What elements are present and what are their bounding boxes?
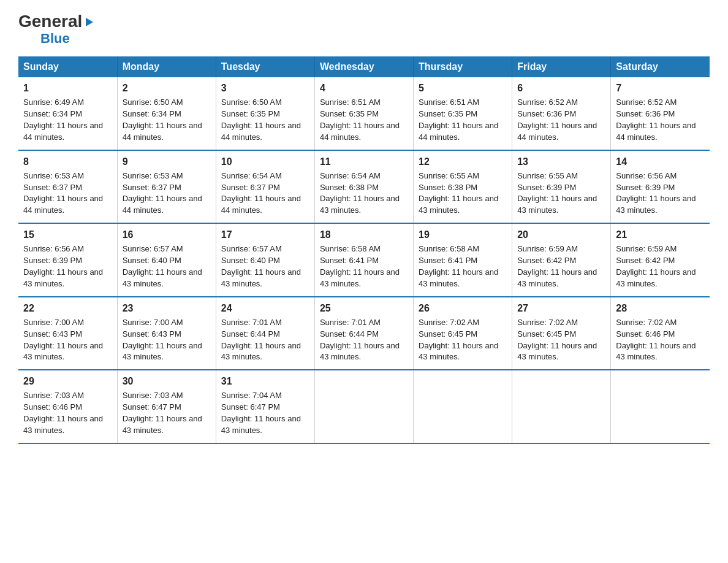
calendar-week-row: 15Sunrise: 6:56 AMSunset: 6:39 PMDayligh… xyxy=(18,223,710,297)
sunset-text: Sunset: 6:43 PM xyxy=(123,329,181,339)
sunrise-text: Sunrise: 6:53 AM xyxy=(123,171,183,180)
day-number: 14 xyxy=(616,155,705,169)
calendar-cell xyxy=(414,370,512,443)
sunrise-text: Sunrise: 6:56 AM xyxy=(616,171,677,180)
sunset-text: Sunset: 6:38 PM xyxy=(320,183,379,192)
sunset-text: Sunset: 6:47 PM xyxy=(221,402,280,412)
day-number: 16 xyxy=(123,228,211,242)
calendar-cell: 29Sunrise: 7:03 AMSunset: 6:46 PMDayligh… xyxy=(18,370,117,443)
day-number: 28 xyxy=(616,301,705,315)
sunset-text: Sunset: 6:41 PM xyxy=(419,256,477,265)
sunrise-text: Sunrise: 7:01 AM xyxy=(221,318,282,327)
sunrise-text: Sunrise: 7:01 AM xyxy=(320,318,381,327)
sunset-text: Sunset: 6:44 PM xyxy=(221,329,280,339)
sunrise-text: Sunrise: 6:57 AM xyxy=(221,244,282,253)
day-number: 3 xyxy=(221,81,309,95)
daylight-text: Daylight: 11 hours and 43 minutes. xyxy=(517,267,597,288)
sunrise-text: Sunrise: 6:58 AM xyxy=(419,244,479,253)
daylight-text: Daylight: 11 hours and 43 minutes. xyxy=(517,341,597,362)
weekday-header-friday: Friday xyxy=(512,56,611,77)
day-number: 31 xyxy=(221,374,309,388)
day-number: 18 xyxy=(320,228,408,242)
day-number: 12 xyxy=(419,155,507,169)
day-number: 4 xyxy=(320,81,408,95)
day-number: 22 xyxy=(23,301,112,315)
sunrise-text: Sunrise: 7:04 AM xyxy=(221,391,282,400)
logo-arrow-icon xyxy=(83,13,94,32)
weekday-header-wednesday: Wednesday xyxy=(314,56,413,77)
calendar-cell: 19Sunrise: 6:58 AMSunset: 6:41 PMDayligh… xyxy=(414,223,512,297)
calendar-cell: 14Sunrise: 6:56 AMSunset: 6:39 PMDayligh… xyxy=(611,150,710,224)
daylight-text: Daylight: 11 hours and 44 minutes. xyxy=(123,121,202,142)
sunset-text: Sunset: 6:42 PM xyxy=(517,256,576,265)
daylight-text: Daylight: 11 hours and 43 minutes. xyxy=(221,414,301,435)
day-number: 23 xyxy=(123,301,211,315)
daylight-text: Daylight: 11 hours and 43 minutes. xyxy=(320,267,400,288)
sunrise-text: Sunrise: 6:49 AM xyxy=(23,98,84,107)
sunrise-text: Sunrise: 6:59 AM xyxy=(616,244,677,253)
daylight-text: Daylight: 11 hours and 43 minutes. xyxy=(123,267,202,288)
daylight-text: Daylight: 11 hours and 43 minutes. xyxy=(23,267,103,288)
calendar-cell: 20Sunrise: 6:59 AMSunset: 6:42 PMDayligh… xyxy=(512,223,611,297)
day-number: 10 xyxy=(221,155,309,169)
calendar-cell: 28Sunrise: 7:02 AMSunset: 6:46 PMDayligh… xyxy=(611,297,710,370)
calendar-cell xyxy=(512,370,611,443)
sunset-text: Sunset: 6:46 PM xyxy=(616,329,675,339)
calendar-cell: 15Sunrise: 6:56 AMSunset: 6:39 PMDayligh… xyxy=(18,223,117,297)
daylight-text: Daylight: 11 hours and 43 minutes. xyxy=(123,341,202,362)
sunset-text: Sunset: 6:35 PM xyxy=(419,109,477,118)
sunset-text: Sunset: 6:39 PM xyxy=(616,183,675,192)
logo-blue-text: Blue xyxy=(40,32,70,45)
calendar-week-row: 22Sunrise: 7:00 AMSunset: 6:43 PMDayligh… xyxy=(18,297,710,370)
sunrise-text: Sunrise: 6:52 AM xyxy=(616,98,677,107)
sunset-text: Sunset: 6:45 PM xyxy=(419,329,477,339)
sunset-text: Sunset: 6:47 PM xyxy=(123,402,181,412)
sunrise-text: Sunrise: 6:50 AM xyxy=(221,98,282,107)
sunset-text: Sunset: 6:44 PM xyxy=(320,329,379,339)
calendar-cell: 5Sunrise: 6:51 AMSunset: 6:35 PMDaylight… xyxy=(414,77,512,150)
sunset-text: Sunset: 6:45 PM xyxy=(517,329,576,339)
sunrise-text: Sunrise: 7:03 AM xyxy=(23,391,84,400)
calendar-week-row: 8Sunrise: 6:53 AMSunset: 6:37 PMDaylight… xyxy=(18,150,710,224)
sunset-text: Sunset: 6:39 PM xyxy=(23,256,82,265)
sunset-text: Sunset: 6:36 PM xyxy=(517,109,576,118)
sunrise-text: Sunrise: 6:53 AM xyxy=(23,171,84,180)
sunset-text: Sunset: 6:35 PM xyxy=(320,109,379,118)
calendar-cell: 16Sunrise: 6:57 AMSunset: 6:40 PMDayligh… xyxy=(117,223,216,297)
day-number: 11 xyxy=(320,155,408,169)
day-number: 8 xyxy=(23,155,112,169)
calendar-table: SundayMondayTuesdayWednesdayThursdayFrid… xyxy=(18,56,710,444)
daylight-text: Daylight: 11 hours and 43 minutes. xyxy=(616,267,696,288)
weekday-header-saturday: Saturday xyxy=(611,56,710,77)
day-number: 29 xyxy=(23,374,112,388)
daylight-text: Daylight: 11 hours and 44 minutes. xyxy=(419,121,498,142)
sunset-text: Sunset: 6:38 PM xyxy=(419,183,477,192)
sunrise-text: Sunrise: 7:03 AM xyxy=(123,391,183,400)
calendar-cell: 24Sunrise: 7:01 AMSunset: 6:44 PMDayligh… xyxy=(216,297,314,370)
day-number: 1 xyxy=(23,81,112,95)
day-number: 7 xyxy=(616,81,705,95)
day-number: 27 xyxy=(517,301,605,315)
sunset-text: Sunset: 6:39 PM xyxy=(517,183,576,192)
svg-marker-0 xyxy=(86,18,93,26)
sunrise-text: Sunrise: 6:57 AM xyxy=(123,244,183,253)
sunrise-text: Sunrise: 6:51 AM xyxy=(320,98,381,107)
daylight-text: Daylight: 11 hours and 43 minutes. xyxy=(517,194,597,215)
day-number: 24 xyxy=(221,301,309,315)
calendar-cell: 3Sunrise: 6:50 AMSunset: 6:35 PMDaylight… xyxy=(216,77,314,150)
day-number: 21 xyxy=(616,228,705,242)
calendar-cell: 8Sunrise: 6:53 AMSunset: 6:37 PMDaylight… xyxy=(18,150,117,224)
sunset-text: Sunset: 6:37 PM xyxy=(221,183,280,192)
sunset-text: Sunset: 6:36 PM xyxy=(616,109,675,118)
daylight-text: Daylight: 11 hours and 44 minutes. xyxy=(616,121,696,142)
sunset-text: Sunset: 6:37 PM xyxy=(123,183,181,192)
day-number: 25 xyxy=(320,301,408,315)
daylight-text: Daylight: 11 hours and 44 minutes. xyxy=(23,121,103,142)
sunset-text: Sunset: 6:40 PM xyxy=(221,256,280,265)
calendar-cell: 4Sunrise: 6:51 AMSunset: 6:35 PMDaylight… xyxy=(314,77,413,150)
sunrise-text: Sunrise: 6:54 AM xyxy=(320,171,381,180)
calendar-cell: 25Sunrise: 7:01 AMSunset: 6:44 PMDayligh… xyxy=(314,297,413,370)
daylight-text: Daylight: 11 hours and 43 minutes. xyxy=(23,341,103,362)
weekday-header-row: SundayMondayTuesdayWednesdayThursdayFrid… xyxy=(18,56,710,77)
calendar-cell: 23Sunrise: 7:00 AMSunset: 6:43 PMDayligh… xyxy=(117,297,216,370)
